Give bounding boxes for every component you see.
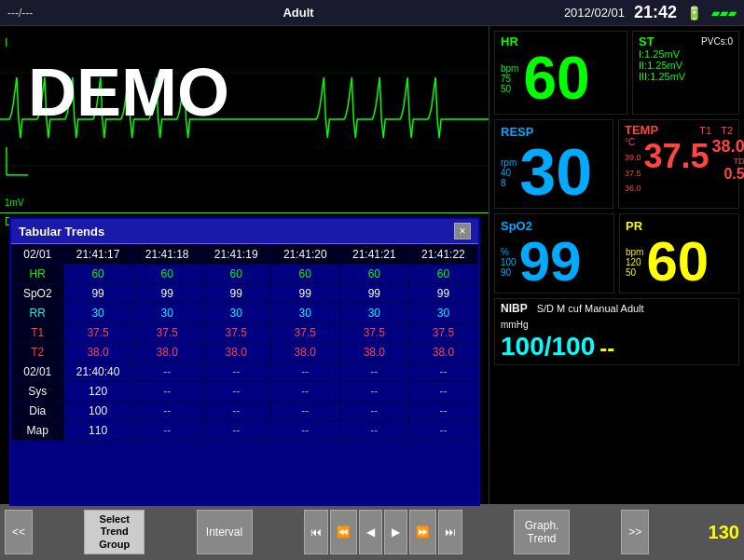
battery-icon: 🔋: [686, 6, 702, 20]
cell-spo2-5: 99: [408, 284, 477, 304]
nibp-block: NIBP S/D M cuf Manual Adult mmHg 100/100…: [494, 298, 739, 365]
resp-inner: rpm 40 8 30: [501, 140, 607, 205]
resp-scale-high: 40: [501, 168, 517, 178]
modal-overlay: Tabular Trends × 02/01 21:41:17 21:41:18…: [0, 26, 489, 504]
table-row-map: Map110----------: [12, 421, 478, 441]
hr-scale-low: 50: [501, 84, 518, 94]
table-row-sys: Sys120----------: [12, 382, 478, 402]
patient-id: ---/---: [7, 7, 33, 20]
spo2-scale-low: 90: [501, 267, 517, 278]
pr-unit: bpm: [626, 247, 643, 257]
cell-dia-0: 100: [63, 402, 132, 421]
cell-map-5: --: [408, 421, 477, 441]
interval-button[interactable]: Interval: [197, 510, 253, 554]
resp-unit: rpm: [501, 157, 517, 168]
bottom-bar: << SelectTrendGroup Interval ⏮ ⏪ ◀ ▶ ⏩ ⏭…: [0, 504, 744, 560]
cell-rr-2: 30: [201, 304, 270, 323]
cell-rr-3: 30: [270, 304, 339, 323]
cell-hr-4: 60: [339, 265, 408, 284]
pr-value: 60: [646, 234, 709, 290]
main-area: I DEMO 1mV Diagnosis Tabular Trends × 02…: [0, 26, 744, 504]
nav-first-button[interactable]: ⏮: [304, 510, 328, 554]
cell-sys-2: --: [201, 382, 270, 402]
cell-sys-1: --: [132, 382, 201, 402]
cell-spo2-0: 99: [63, 284, 132, 304]
row-label-date: 02/01: [12, 362, 64, 382]
trend-tbody: HR606060606060SpO2999999999999RR30303030…: [12, 265, 478, 441]
cell-t1-2: 37.5: [201, 323, 270, 343]
patient-mode: Adult: [282, 6, 313, 20]
cell-t2-0: 38.0: [63, 343, 132, 362]
temp-td-value: 0.5: [723, 166, 744, 183]
right-panel: HR bpm 75 50 60 ST PVCs:0 I:1.25mV: [489, 26, 744, 504]
nibp-header: NIBP S/D M cuf Manual Adult: [501, 302, 733, 315]
cell-t2-3: 38.0: [270, 343, 339, 362]
right-number: 130: [709, 522, 739, 543]
top-right-info: 2012/02/01 21:42 🔋 ▰▰▰: [564, 3, 737, 22]
temp-block: TEMP T1 T2 °C 39.0 37.5 36.0 37.5: [618, 119, 739, 209]
cell-t1-5: 37.5: [408, 323, 477, 343]
cell-date-2: --: [201, 362, 270, 382]
nibp-inner: 100/100 --: [501, 332, 733, 362]
nav-prev-fast-button[interactable]: ⏪: [330, 510, 357, 554]
select-trend-button[interactable]: SelectTrendGroup: [84, 510, 145, 554]
cell-hr-1: 60: [132, 265, 201, 284]
cell-t1-0: 37.5: [63, 323, 132, 343]
table-row-rr: RR303030303030: [12, 304, 478, 323]
temp-scale-high: 39.0: [625, 153, 641, 162]
nav-last-button[interactable]: ⏭: [438, 510, 462, 554]
pr-scale-low: 50: [626, 267, 643, 278]
row-label-hr: HR: [12, 265, 64, 284]
nav-next-button[interactable]: ▶: [384, 510, 407, 554]
modal-close-button[interactable]: ×: [454, 223, 471, 239]
table-row-date: 02/0121:40:40----------: [12, 362, 478, 382]
cell-date-5: --: [408, 362, 477, 382]
cell-t2-2: 38.0: [201, 343, 270, 362]
cell-date-1: --: [132, 362, 201, 382]
hr-scale-high: 75: [501, 74, 518, 84]
nav-next-fast-button[interactable]: ⏩: [409, 510, 436, 554]
temp-unit: °C: [625, 137, 641, 147]
trend-table: 02/01 21:41:17 21:41:18 21:41:19 21:41:2…: [11, 244, 478, 441]
cell-t1-4: 37.5: [339, 323, 408, 343]
st-rows: I:1.25mV II:1.25mV III:1.25mV: [639, 48, 733, 82]
nav-prev-button[interactable]: ◀: [359, 510, 382, 554]
cell-hr-0: 60: [63, 265, 132, 284]
cell-dia-2: --: [201, 402, 270, 421]
prev-button[interactable]: <<: [5, 510, 33, 554]
st-title: ST: [639, 34, 654, 48]
cell-date-0: 21:40:40: [63, 362, 132, 382]
cell-map-3: --: [270, 421, 339, 441]
cell-sys-5: --: [408, 382, 477, 402]
st-row-II: II:1.25mV: [639, 60, 733, 71]
cell-map-0: 110: [63, 421, 132, 441]
spo2-value: 99: [519, 234, 582, 290]
cell-t2-5: 38.0: [408, 343, 477, 362]
temp-t2-value: 38.0: [712, 137, 744, 157]
cell-rr-1: 30: [132, 304, 201, 323]
temp-t-labels: T1 T2: [699, 125, 733, 136]
time-display: 21:42: [634, 3, 677, 22]
graph-trend-button[interactable]: Graph.Trend: [514, 510, 570, 554]
cell-sys-3: --: [270, 382, 339, 402]
temp-td-label: TD: [734, 157, 744, 166]
nibp-info: S/D M cuf Manual Adult: [537, 303, 644, 314]
next-button[interactable]: >>: [621, 510, 649, 554]
date-display: 2012/02/01: [564, 6, 625, 20]
col-label-header: 02/01: [12, 245, 64, 265]
pr-block: PR bpm 120 50 60: [619, 213, 739, 294]
cell-sys-0: 120: [63, 382, 132, 402]
resp-scale-low: 8: [501, 178, 517, 188]
st-row-I: I:1.25mV: [639, 48, 733, 60]
temp-value: 37.5: [644, 137, 710, 176]
cell-hr-3: 60: [270, 265, 339, 284]
cell-hr-5: 60: [408, 265, 477, 284]
col-time6: 21:41:22: [408, 245, 477, 265]
table-row-t2: T238.038.038.038.038.038.0: [12, 343, 478, 362]
row-label-map: Map: [12, 421, 64, 441]
cell-spo2-2: 99: [201, 284, 270, 304]
col-time2: 21:41:18: [132, 245, 201, 265]
table-row-dia: Dia100----------: [12, 402, 478, 421]
resp-block: RESP rpm 40 8 30: [494, 119, 613, 209]
cell-t1-3: 37.5: [270, 323, 339, 343]
